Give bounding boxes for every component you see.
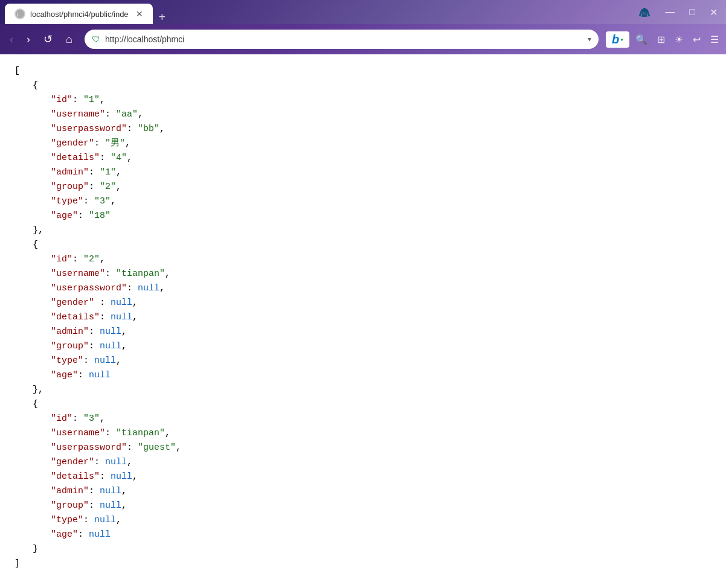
window-settings-icon[interactable]: 🧥 (635, 5, 654, 19)
content-area: [ { "id": "1", "username": "aa", "userpa… (0, 54, 726, 588)
array-close: ] (14, 558, 20, 569)
field-gender-key: "gender" (51, 138, 94, 149)
minimize-button[interactable]: — (661, 5, 678, 19)
r3-age-val: null (89, 529, 111, 540)
forward-button[interactable]: › (22, 31, 35, 48)
r3-age-key: "age" (51, 529, 78, 540)
refresh-button[interactable]: ↺ (39, 30, 57, 48)
active-tab[interactable]: L localhost/phmci4/public/inde ✕ (5, 4, 153, 24)
tab-favicon: L (14, 8, 25, 19)
nav-right-icons: 🔍 ⊞ ☀ ↩ ☰ (633, 31, 721, 48)
nav-bar: ‹ › ↺ ⌂ 🛡 http://localhost/phmci ▾ b ● 🔍… (0, 24, 726, 54)
field-age-key: "age" (51, 211, 78, 221)
obj3-open: { (33, 399, 38, 409)
r2-age-key: "age" (51, 370, 78, 380)
search-icon[interactable]: 🔍 (633, 31, 650, 48)
window-controls: 🧥 — □ ✕ (635, 5, 721, 19)
r2-type-key: "type" (51, 356, 83, 366)
field-userpassword-val: "bb" (138, 124, 159, 134)
bing-search-bar[interactable]: b ● (606, 31, 629, 48)
r3-group-key: "group" (51, 500, 89, 511)
settings-sun-icon[interactable]: ☀ (672, 31, 686, 48)
field-username-val: "aa" (116, 109, 138, 120)
r2-details-val: null (111, 312, 132, 322)
field-userpassword-key: "userpassword" (51, 124, 127, 134)
r3-details-val: null (111, 471, 132, 482)
r3-gender-val: null (105, 457, 127, 467)
r2-admin-val: null (100, 327, 121, 337)
title-bar: L localhost/phmci4/public/inde ✕ + 🧥 — □… (0, 0, 726, 24)
r2-age-val: null (89, 370, 111, 380)
object-3: { "id": "3", "username": "tianpan", "use… (33, 397, 712, 557)
back-button[interactable]: ‹ (5, 31, 18, 48)
r3-username-val: "tianpan" (116, 428, 165, 438)
undo-icon[interactable]: ↩ (690, 31, 703, 48)
r3-gender-key: "gender" (51, 457, 94, 467)
field-details-val: "4" (111, 153, 127, 163)
field-id-val: "1" (83, 95, 100, 105)
obj1-close: }, (33, 225, 43, 235)
r3-userpassword-val: "guest" (138, 443, 176, 453)
menu-icon[interactable]: ☰ (708, 31, 721, 48)
r2-group-key: "group" (51, 341, 89, 351)
address-dropdown-icon[interactable]: ▾ (588, 35, 591, 43)
r2-userpassword-key: "userpassword" (51, 283, 127, 293)
field-details-key: "details" (51, 153, 100, 163)
array-open: [ (14, 66, 20, 76)
obj2-close: }, (33, 385, 43, 395)
close-button[interactable]: ✕ (706, 5, 721, 19)
r2-group-val: null (100, 341, 121, 351)
r2-type-val: null (94, 356, 116, 366)
tab-close-button[interactable]: ✕ (136, 9, 143, 19)
r2-gender-key: "gender" (51, 298, 94, 308)
new-tab-button[interactable]: + (153, 10, 172, 24)
obj1-open: { (33, 80, 38, 91)
json-root: [ { "id": "1", "username": "aa", "userpa… (14, 64, 712, 571)
object-2: { "id": "2", "username": "tianpan", "use… (33, 238, 712, 397)
r3-username-key: "username" (51, 428, 105, 438)
r2-id-val: "2" (83, 254, 100, 264)
r3-type-key: "type" (51, 515, 83, 525)
bing-dot: ● (620, 37, 623, 42)
field-id-key: "id" (51, 95, 72, 105)
field-group-val: "2" (100, 182, 116, 192)
r3-admin-key: "admin" (51, 486, 89, 496)
r3-group-val: null (100, 500, 121, 511)
field-username-key: "username" (51, 109, 105, 120)
bing-logo: b (612, 33, 619, 46)
field-age-val: "18" (89, 211, 111, 221)
svg-text:L: L (17, 12, 20, 18)
home-button[interactable]: ⌂ (61, 31, 77, 48)
r2-details-key: "details" (51, 312, 100, 322)
field-admin-key: "admin" (51, 167, 89, 177)
r2-username-val: "tianpan" (116, 269, 165, 279)
r3-type-val: null (94, 515, 116, 525)
field-group-key: "group" (51, 182, 89, 192)
r2-userpassword-val: null (138, 283, 159, 293)
r2-id-key: "id" (51, 254, 72, 264)
field-type-val: "3" (94, 196, 111, 206)
security-shield-icon: 🛡 (92, 34, 100, 44)
r2-admin-key: "admin" (51, 327, 89, 337)
r2-username-key: "username" (51, 269, 105, 279)
maximize-button[interactable]: □ (686, 5, 699, 19)
collections-icon[interactable]: ⊞ (655, 31, 667, 48)
address-bar[interactable]: 🛡 http://localhost/phmci ▾ (85, 30, 599, 49)
r2-gender-val: null (111, 298, 132, 308)
obj1-fields: "id": "1", "username": "aa", "userpasswo… (51, 93, 712, 223)
field-admin-val: "1" (100, 167, 116, 177)
field-gender-val: "男" (105, 138, 125, 149)
r3-admin-val: null (100, 486, 121, 496)
field-type-key: "type" (51, 196, 83, 206)
obj3-fields: "id": "3", "username": "tianpan", "userp… (51, 412, 712, 542)
r3-userpassword-key: "userpassword" (51, 443, 127, 453)
address-url[interactable]: http://localhost/phmci (105, 34, 583, 44)
tab-bar: L localhost/phmci4/public/inde ✕ + (5, 0, 631, 24)
r3-details-key: "details" (51, 471, 100, 482)
object-1: { "id": "1", "username": "aa", "userpass… (33, 78, 712, 238)
obj2-fields: "id": "2", "username": "tianpan", "userp… (51, 252, 712, 383)
r3-id-val: "3" (83, 414, 100, 424)
tab-title: localhost/phmci4/public/inde (30, 10, 129, 19)
r3-id-key: "id" (51, 414, 72, 424)
obj3-close: } (33, 544, 38, 554)
